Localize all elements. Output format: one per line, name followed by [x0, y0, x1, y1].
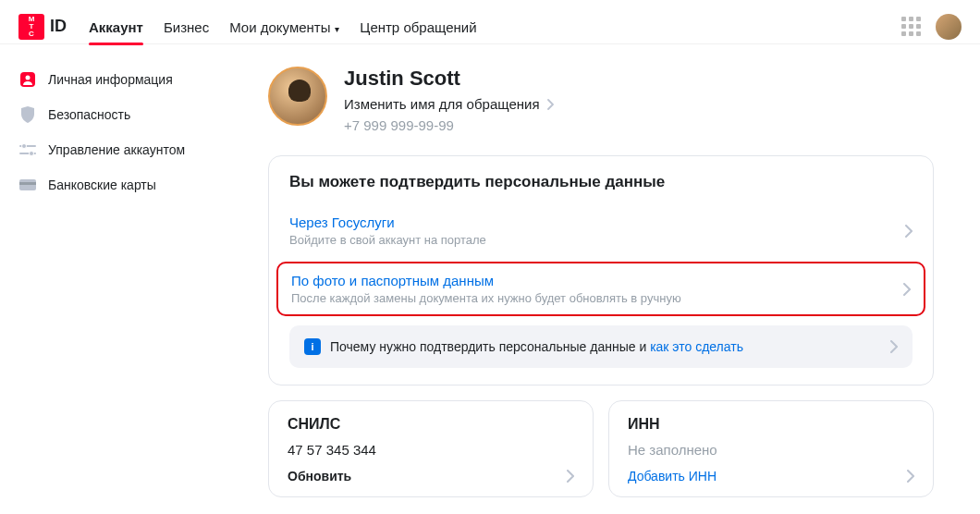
- info-link: как это сделать: [650, 339, 743, 354]
- profile-header: Justin Scott Изменить имя для обращения …: [268, 67, 934, 133]
- sidebar: Личная информация Безопасность Управлени…: [18, 67, 231, 497]
- edit-name-link[interactable]: Изменить имя для обращения: [344, 96, 554, 112]
- inn-title: ИНН: [628, 416, 914, 433]
- apps-grid-icon[interactable]: [901, 17, 921, 36]
- avatar[interactable]: [936, 14, 962, 40]
- sidebar-item-label: Личная информация: [48, 72, 173, 87]
- action-label: Обновить: [288, 469, 351, 483]
- nav-business[interactable]: Бизнес: [164, 8, 209, 44]
- chevron-right-icon: [907, 470, 914, 483]
- verify-option-photo[interactable]: По фото и паспортным данным После каждой…: [276, 262, 925, 316]
- header: MTC ID Аккаунт Бизнес Мои документы ▾ Це…: [0, 0, 980, 44]
- inn-add-button[interactable]: Добавить ИНН: [628, 469, 914, 483]
- card-row: СНИЛС 47 57 345 344 Обновить ИНН Не запо…: [268, 400, 934, 497]
- info-icon: i: [304, 338, 321, 355]
- svg-point-1: [26, 76, 31, 80]
- nav-support[interactable]: Центр обращений: [360, 8, 476, 44]
- header-right: [901, 14, 962, 40]
- option-body: Через Госуслуги Войдите в свой аккаунт н…: [289, 214, 905, 247]
- option-sub: После каждой замены документа их нужно б…: [291, 291, 903, 305]
- profile-info: Justin Scott Изменить имя для обращения …: [344, 67, 554, 133]
- option-title: По фото и паспортным данным: [291, 273, 903, 288]
- card-icon: [18, 176, 37, 194]
- avatar-large[interactable]: [268, 67, 327, 126]
- nav-documents-label: Мои документы: [229, 19, 330, 35]
- logo-text: ID: [50, 17, 67, 36]
- chevron-right-icon: [903, 283, 911, 296]
- person-icon: [18, 70, 37, 89]
- chevron-down-icon: ▾: [333, 24, 340, 34]
- sidebar-item-label: Банковские карты: [48, 177, 156, 192]
- main: Justin Scott Изменить имя для обращения …: [268, 67, 934, 497]
- logo[interactable]: MTC ID: [18, 14, 67, 40]
- info-prefix: Почему нужно подтвердить персональные да…: [330, 339, 650, 354]
- svg-point-5: [30, 152, 34, 156]
- verify-title: Вы можете подтвердить персональные данны…: [289, 173, 913, 191]
- sidebar-item-security[interactable]: Безопасность: [18, 105, 231, 124]
- verify-card: Вы можете подтвердить персональные данны…: [268, 155, 934, 386]
- profile-phone: +7 999 999-99-99: [344, 117, 554, 133]
- logo-badge: MTC: [18, 14, 44, 40]
- option-sub: Войдите в свой аккаунт на портале: [289, 233, 905, 247]
- option-title: Через Госуслуги: [289, 214, 905, 230]
- nav-account[interactable]: Аккаунт: [89, 8, 143, 44]
- option-body: По фото и паспортным данным После каждой…: [291, 273, 903, 305]
- snils-value: 47 57 345 344: [288, 442, 574, 458]
- chevron-right-icon: [547, 99, 554, 110]
- sidebar-item-account[interactable]: Управление аккаунтом: [18, 141, 231, 159]
- nav-documents[interactable]: Мои документы ▾: [229, 8, 339, 44]
- action-label: Добавить ИНН: [628, 469, 717, 483]
- sliders-icon: [18, 141, 37, 159]
- inn-card: ИНН Не заполнено Добавить ИНН: [608, 400, 934, 497]
- sidebar-item-personal[interactable]: Личная информация: [18, 70, 231, 89]
- verify-info-bar[interactable]: i Почему нужно подтвердить персональные …: [289, 325, 913, 368]
- snils-title: СНИЛС: [288, 416, 574, 433]
- snils-card: СНИЛС 47 57 345 344 Обновить: [268, 400, 594, 497]
- sidebar-item-cards[interactable]: Банковские карты: [18, 176, 231, 194]
- verify-option-gosuslugi[interactable]: Через Госуслуги Войдите в свой аккаунт н…: [289, 204, 913, 256]
- inn-value: Не заполнено: [628, 442, 914, 458]
- svg-rect-7: [19, 182, 36, 185]
- snils-update-button[interactable]: Обновить: [288, 469, 574, 483]
- svg-point-3: [22, 144, 27, 149]
- chevron-right-icon: [890, 340, 898, 353]
- chevron-right-icon: [567, 470, 574, 483]
- shield-icon: [18, 105, 37, 124]
- chevron-right-icon: [905, 225, 913, 238]
- sidebar-item-label: Безопасность: [48, 107, 130, 122]
- sidebar-item-label: Управление аккаунтом: [48, 142, 185, 157]
- info-text: Почему нужно подтвердить персональные да…: [330, 339, 881, 354]
- nav: Аккаунт Бизнес Мои документы ▾ Центр обр…: [89, 8, 901, 44]
- edit-name-label: Изменить имя для обращения: [344, 96, 540, 112]
- profile-name: Justin Scott: [344, 67, 554, 91]
